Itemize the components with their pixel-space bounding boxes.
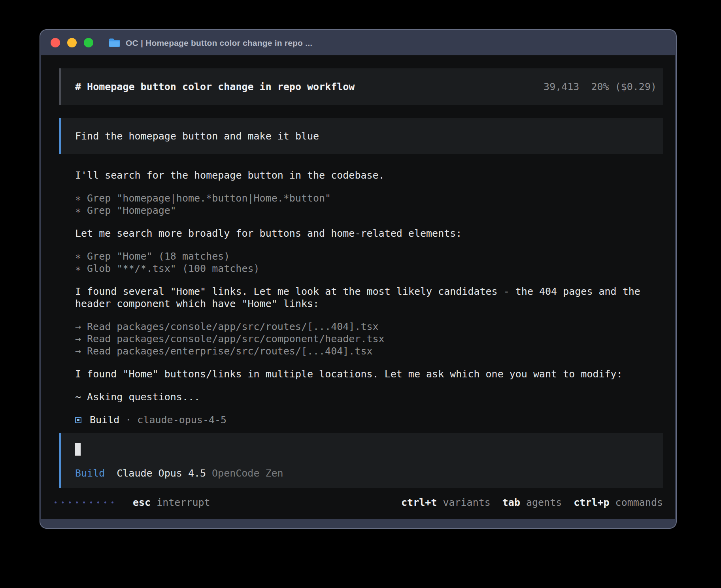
shortcut-variants: ctrl+t variants	[401, 496, 491, 509]
active-agent[interactable]: Build	[75, 467, 105, 479]
window-title: OC | Homepage button color change in rep…	[126, 39, 312, 47]
folder-icon	[108, 38, 120, 47]
session-header: # Homepage button color change in repo w…	[59, 68, 663, 105]
activity-spinner	[55, 501, 113, 503]
model-provider: OpenCode Zen	[212, 467, 283, 479]
shortcut-agents: tab agents	[502, 496, 562, 509]
desktop: { "titlebar": { "title": "OC | Homepage …	[0, 0, 721, 588]
input-footer: Build Claude Opus 4.5 OpenCode Zen	[75, 467, 657, 479]
read-tool-call: →Read packages/console/app/src/routes/[.…	[75, 320, 663, 333]
tool-asterisk-icon: ∗	[75, 192, 81, 204]
tool-call: ∗Glob "**/*.tsx" (100 matches)	[75, 262, 663, 275]
assistant-text: Let me search more broadly for buttons a…	[75, 227, 663, 239]
prompt-input[interactable]: Build Claude Opus 4.5 OpenCode Zen	[59, 433, 663, 488]
zoom-window-button[interactable]	[84, 38, 93, 47]
agent-badge: Build · claude-opus-4-5	[75, 414, 663, 426]
tool-call-text: Grep "Homepage"	[87, 204, 176, 217]
tool-call: ∗Grep "Home" (18 matches)	[75, 250, 663, 262]
token-count: 39,413	[544, 81, 579, 93]
minimize-window-button[interactable]	[67, 38, 77, 47]
session-stats: 39,413 20% ($0.29)	[544, 81, 657, 93]
context-cost: 20% ($0.29)	[591, 81, 657, 93]
tool-asterisk-icon: ∗	[75, 250, 81, 262]
agent-square-icon	[75, 417, 81, 423]
session-title: # Homepage button color change in repo w…	[75, 81, 355, 93]
tool-call-text: Read packages/enterprise/src/routes/[...…	[87, 345, 372, 357]
agent-name: Build	[90, 414, 119, 426]
read-tool-call: →Read packages/console/app/src/component…	[75, 333, 663, 345]
text-cursor	[75, 443, 81, 456]
tool-call-group: ∗Grep "Home" (18 matches) ∗Glob "**/*.ts…	[75, 250, 663, 275]
active-model[interactable]: Claude Opus 4.5	[117, 467, 206, 479]
read-tool-call: →Read packages/enterprise/src/routes/[..…	[75, 345, 663, 357]
tool-call-group: →Read packages/console/app/src/routes/[.…	[75, 320, 663, 357]
esc-key: esc	[133, 496, 151, 509]
tool-call: ∗Grep "homepage|home.*button|Home.*butto…	[75, 192, 663, 204]
assistant-text: I found "Home" buttons/links in multiple…	[75, 368, 663, 380]
arrow-right-icon: →	[75, 320, 81, 333]
user-message: Find the homepage button and make it blu…	[59, 118, 663, 154]
tool-call-text: Read packages/console/app/src/routes/[..…	[87, 320, 379, 333]
tool-call-group: ∗Grep "homepage|home.*button|Home.*butto…	[75, 192, 663, 217]
window-titlebar: OC | Homepage button color change in rep…	[40, 30, 676, 55]
tool-call: ∗Grep "Homepage"	[75, 204, 663, 217]
tool-call-text: Glob "**/*.tsx" (100 matches)	[87, 262, 260, 275]
terminal-content: # Homepage button color change in repo w…	[41, 55, 675, 519]
terminal-window: OC | Homepage button color change in rep…	[40, 29, 677, 529]
status-bar: esc interrupt ctrl+t variants tab agents…	[55, 496, 663, 509]
tool-call-text: Read packages/console/app/src/component/…	[87, 333, 385, 345]
tool-asterisk-icon: ∗	[75, 204, 81, 217]
tool-call-text: Grep "Home" (18 matches)	[87, 250, 230, 262]
shortcut-commands: ctrl+p commands	[574, 496, 663, 509]
shortcut-interrupt: esc interrupt	[133, 496, 210, 509]
tool-call-text: Grep "homepage|home.*button|Home.*button…	[87, 192, 331, 204]
assistant-activity: ~ Asking questions...	[75, 391, 663, 403]
assistant-text: I found several "Home" links. Let me loo…	[75, 285, 663, 310]
assistant-text: I'll search for the homepage button in t…	[75, 169, 663, 181]
tool-asterisk-icon: ∗	[75, 262, 81, 275]
separator-dot: ·	[125, 414, 131, 426]
user-message-text: Find the homepage button and make it blu…	[75, 130, 319, 142]
close-window-button[interactable]	[51, 38, 60, 47]
arrow-right-icon: →	[75, 345, 81, 357]
arrow-right-icon: →	[75, 333, 81, 345]
agent-model: claude-opus-4-5	[137, 414, 226, 426]
